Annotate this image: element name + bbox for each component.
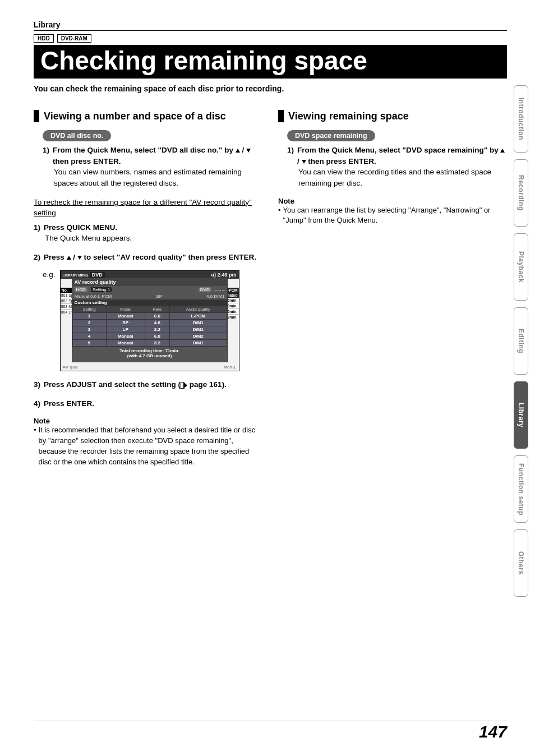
section-bar-icon <box>34 110 39 122</box>
up-arrow-icon <box>67 256 71 260</box>
step-text-part: Press ADJUST and select the setting ( <box>44 380 181 389</box>
osd-th: Mode <box>106 306 145 313</box>
bullet-icon: • <box>34 425 36 467</box>
section-label: Library <box>34 20 507 29</box>
side-tab-label: Recording <box>517 175 525 211</box>
step-text-part: / <box>240 146 246 154</box>
osd-panel-title: AV record quality <box>72 278 227 286</box>
section-title-left: Viewing a number and space of a disc <box>44 110 226 122</box>
pill-dvd-space-remaining: DVD space remaining <box>287 130 375 141</box>
step-body: You can view numbers, names and estimate… <box>54 167 262 188</box>
page-title: Checking remaining space <box>34 45 507 79</box>
bullet-icon: • <box>278 205 281 227</box>
example-label: e.g. <box>43 270 56 279</box>
step-text: Press ENTER. <box>44 398 262 409</box>
step-text-part: From the Quick Menu, select "DVD space r… <box>297 146 500 154</box>
osd-menu-label: LIBRARY MENU <box>63 274 89 277</box>
media-tag-dvdram: DVD-RAM <box>57 34 91 43</box>
side-tab-function-setup[interactable]: Function setup <box>514 455 528 523</box>
page-ref-arrow-icon <box>181 382 187 388</box>
note-text: It is recommended that beforehand you se… <box>39 425 262 467</box>
media-tag-hdd: HDD <box>34 34 54 43</box>
left-column: Viewing a number and space of a disc DVD… <box>34 110 262 468</box>
osd-custom-setting-head: Custom setting <box>72 299 227 306</box>
down-arrow-icon <box>77 256 82 260</box>
side-tab-recording[interactable]: Recording <box>514 159 528 227</box>
up-arrow-icon <box>500 149 505 153</box>
step-text-part: then press ENTER. <box>306 157 376 165</box>
table-row: 2SP4.6D/M1 <box>72 320 227 326</box>
side-tab-library[interactable]: Library <box>514 381 528 449</box>
step-text-part: to select "AV record quality" then press… <box>82 253 256 261</box>
step-text-part: / <box>71 253 77 261</box>
osd-dvd-icon: DVD <box>199 287 211 292</box>
osd-bottom-left: AV qua <box>63 365 78 370</box>
step-number: 1) <box>34 222 40 233</box>
note-text: You can rearrange the list by selecting … <box>283 205 507 227</box>
osd-dvd-text: – – – <box>215 287 225 292</box>
side-tab-label: Editing <box>517 329 525 353</box>
note-label: Note <box>34 417 262 425</box>
footer-rule <box>34 721 507 721</box>
osd-th: Setting <box>72 306 106 313</box>
table-row: 1Manual6.6L-PCM <box>72 313 227 320</box>
step-text-part: then press ENTER. <box>53 157 121 165</box>
step-text: From the Quick Menu, select "DVD space r… <box>297 145 507 167</box>
intro-text: You can check the remaining space of eac… <box>34 84 507 93</box>
section-bar-icon <box>278 110 284 122</box>
step-text: Press QUICK MENU. <box>44 222 262 233</box>
osd-total-line1: Total recording time: 71min. <box>73 348 226 353</box>
osd-total: Total recording time: 71min. (with 4.7 G… <box>72 347 227 362</box>
side-tab-label: Introduction <box>517 98 525 140</box>
step-text-part: Press <box>44 253 67 261</box>
section-title-right: Viewing remaining space <box>288 110 409 122</box>
step-number: 2) <box>34 252 40 263</box>
osd-total-line2: (with 4.7 GB unused) <box>73 353 226 358</box>
media-tags: HDD DVD-RAM <box>34 34 507 43</box>
osd-hdd-icon: HDD <box>75 287 87 292</box>
osd-clock: u) 2:49 pm <box>211 272 237 278</box>
side-tab-label: Library <box>517 403 525 427</box>
side-tab-playback[interactable]: Playback <box>514 233 528 301</box>
osd-th: Rate <box>145 306 169 313</box>
side-tabs: Introduction Recording Playback Editing … <box>514 85 528 597</box>
osd-bottom-right: Menu. <box>223 365 236 370</box>
recheck-subtitle: To recheck the remaining space for a dif… <box>34 197 262 219</box>
table-row: 5Manual3.2D/M1 <box>72 340 227 347</box>
side-tab-label: Others <box>517 551 525 575</box>
osd-status-right: 4.6 D/M1 <box>206 294 224 299</box>
osd-th: Audio quality <box>169 306 227 313</box>
osd-screenshot: LIBRARY MENU DVD u) 2:49 pm No. 001 Sp 0… <box>60 270 239 371</box>
down-arrow-icon <box>246 149 251 153</box>
step-text-part: / <box>297 157 302 165</box>
step-number: 4) <box>34 398 40 409</box>
page-number: 147 <box>479 722 507 741</box>
step-body: The Quick Menu appears. <box>45 233 262 244</box>
step-body: You can view the recording titles and th… <box>298 167 507 188</box>
osd-setting-chip: Setting 1 <box>91 287 112 292</box>
header-rule <box>34 30 507 31</box>
side-tab-label: Playback <box>517 251 525 283</box>
step-number: 3) <box>34 379 40 390</box>
osd-panel: AV record quality HDD Setting 1 DVD – – … <box>72 278 228 362</box>
step-text-part: From the Quick Menu, select "DVD all dis… <box>53 146 236 154</box>
step-number: 1) <box>43 145 49 167</box>
up-arrow-icon <box>236 149 240 153</box>
side-tab-others[interactable]: Others <box>514 529 528 597</box>
note-label: Note <box>278 197 507 205</box>
right-column: Viewing remaining space DVD space remain… <box>278 110 507 468</box>
osd-status-mid: SP <box>156 294 162 299</box>
pill-dvd-all-disc-no: DVD all disc no. <box>43 130 111 141</box>
side-tab-editing[interactable]: Editing <box>514 307 528 375</box>
step-text: From the Quick Menu, select "DVD all dis… <box>53 145 262 167</box>
table-row: 3LP2.2D/M1 <box>72 326 227 333</box>
step-text: Press ADJUST and select the setting ( pa… <box>44 379 262 390</box>
osd-top-tab: DVD <box>90 272 105 278</box>
down-arrow-icon <box>302 160 306 164</box>
osd-settings-table: Setting Mode Rate Audio quality 1Manual6… <box>72 306 227 347</box>
osd-status-left: Manual 6.6 L-PCM <box>75 294 112 299</box>
side-tab-introduction[interactable]: Introduction <box>514 85 528 153</box>
step-text-part: page 161). <box>187 380 227 389</box>
step-number: 1) <box>287 145 294 167</box>
step-text: Press / to select "AV record quality" th… <box>44 252 262 263</box>
